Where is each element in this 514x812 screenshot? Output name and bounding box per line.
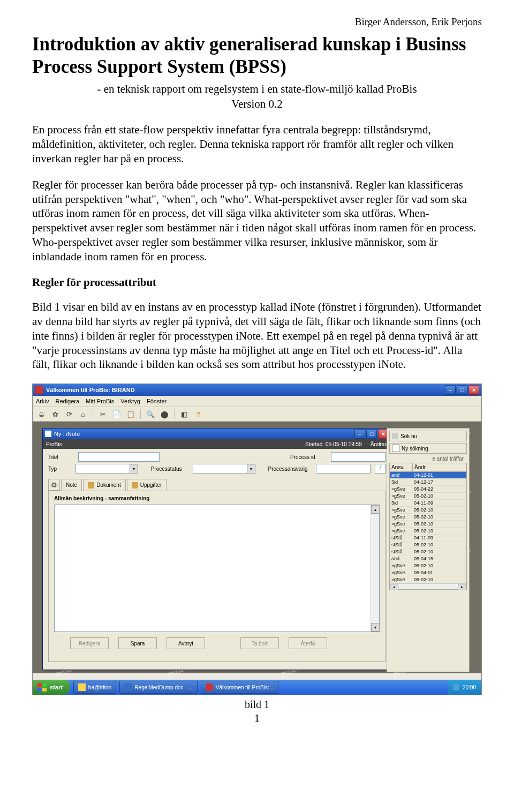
tray-icon[interactable]: [453, 684, 459, 690]
typ-select[interactable]: [75, 464, 130, 473]
scroll-right-icon[interactable]: ▸: [458, 584, 466, 590]
table-row[interactable]: »gSve05-02-10: [390, 507, 466, 514]
page-number: 1: [32, 712, 482, 725]
gear-icon[interactable]: ⚙: [48, 479, 60, 491]
tab-note[interactable]: Note: [61, 479, 82, 491]
table-row[interactable]: stStå05-02-10: [390, 548, 466, 555]
tab-uppgifter[interactable]: Uppgifter: [127, 479, 167, 491]
toolbar-button[interactable]: ⬤: [159, 409, 170, 419]
close-button[interactable]: ×: [468, 385, 479, 395]
window-title: Välkommen till ProBis: BIRAND: [46, 387, 135, 393]
aterfa-button[interactable]: Återfå: [289, 637, 327, 649]
window-titlebar: Välkommen till ProBis: BIRAND – □ ×: [33, 384, 481, 396]
chart-icon[interactable]: ◧: [179, 409, 190, 419]
windows-logo-icon: [37, 683, 47, 691]
probis-label: ProBis: [46, 441, 62, 447]
col-andr[interactable]: Ändr: [413, 463, 466, 471]
table-row[interactable]: and05-04-15: [390, 555, 466, 562]
table-row[interactable]: and04-12-01: [390, 472, 466, 479]
table-row[interactable]: »gSve05-04-01: [390, 569, 466, 576]
procansv-input[interactable]: [316, 464, 371, 473]
dropdown-icon[interactable]: ▾: [247, 464, 255, 473]
doc-icon: [45, 431, 51, 437]
tab-dokument[interactable]: Dokument: [83, 479, 126, 491]
col-ansv[interactable]: Ansv.: [390, 463, 413, 471]
table-row[interactable]: 3id04-12-17: [390, 479, 466, 486]
folder-icon: [88, 482, 94, 488]
doc-title: Introduktion av aktiv generaliserad kuns…: [32, 33, 482, 78]
dark-info-bar: ProBis Startad 05-05-10 19:59 Ändrad: [43, 439, 391, 449]
paragraph-1: En process från ett state-flow perspekti…: [32, 123, 482, 166]
maximize-button[interactable]: □: [366, 429, 377, 439]
procstat-select[interactable]: [193, 464, 247, 473]
table-row[interactable]: 3id04-11-09: [390, 500, 466, 507]
table-row[interactable]: »gSve05-02-10: [390, 521, 466, 528]
app-icon: [206, 683, 213, 691]
paragraph-3: Bild 1 visar en bild av en instans av en…: [32, 300, 482, 372]
info-button[interactable]: i: [375, 464, 386, 473]
table-row[interactable]: »gSve05-02-10: [390, 562, 466, 569]
help-icon[interactable]: ?: [193, 409, 203, 419]
button-row: Redigera Spara Avbryt Ta bort Återfå: [54, 637, 380, 649]
menu-fonster[interactable]: Fönster: [147, 398, 167, 404]
taskbar-item[interactable]: Välkommen till ProBis:...: [201, 681, 278, 694]
sok-nu-button[interactable]: Sök nu: [389, 431, 467, 441]
toolbar-button[interactable]: 🕭: [36, 409, 47, 419]
scroll-up-icon[interactable]: ▴: [371, 505, 380, 514]
andrad-label: Ändrad: [371, 441, 388, 447]
dropdown-icon[interactable]: ▾: [130, 464, 138, 473]
startad-label: Startad: [305, 441, 322, 447]
table-row[interactable]: »gSve05-02-10: [390, 576, 466, 583]
table-row[interactable]: »gSve05-02-10: [390, 528, 466, 535]
tab-body: Allmän beskrivning - sammanfattning ▴ ▾ …: [48, 491, 386, 662]
zoom-icon[interactable]: 🔍: [145, 409, 156, 419]
doc-subtitle: - en teknisk rapport om regelsystem i en…: [32, 82, 482, 96]
table-row[interactable]: »gSve05-04-22: [390, 486, 466, 493]
h-scrollbar[interactable]: ◂▸: [390, 583, 466, 589]
hit-count-label: e antal träffar: [389, 456, 467, 462]
table-row[interactable]: stStå04-11-09: [390, 535, 466, 542]
spara-button[interactable]: Spara: [118, 637, 157, 649]
taskbar-item[interactable]: RegelMedDump.doc - ...: [119, 681, 197, 694]
taskbar: start ba@triton RegelMedDump.doc - ... V…: [33, 680, 481, 695]
scroll-down-icon[interactable]: ▾: [371, 623, 380, 631]
titel-input[interactable]: [78, 452, 160, 462]
menu-verktyg[interactable]: Verktyg: [120, 398, 140, 404]
home-icon[interactable]: ⌂: [78, 409, 88, 419]
minimize-button[interactable]: –: [354, 429, 365, 439]
tabort-button[interactable]: Ta bort: [240, 637, 279, 649]
paste-icon[interactable]: 📋: [125, 409, 136, 419]
table-row[interactable]: »gSve05-02-10: [390, 514, 466, 521]
menubar: Arkiv Redigera Mitt ProBis Verktyg Fönst…: [33, 396, 481, 407]
scrollbar[interactable]: ▴ ▾: [371, 505, 379, 631]
description-label: Allmän beskrivning - sammanfattning: [54, 495, 380, 501]
minimize-button[interactable]: –: [445, 385, 456, 395]
app-icon: [35, 386, 43, 394]
menu-arkiv[interactable]: Arkiv: [36, 398, 49, 404]
ny-sokning-button[interactable]: Ny sökning: [389, 443, 467, 454]
mdi-workspace: ProBis ProBis ProBis ProBis ProBis ProBi…: [33, 422, 481, 673]
table-row[interactable]: stStå05-02-10: [390, 542, 466, 548]
toolbar-button[interactable]: ✿: [50, 409, 61, 419]
copy-icon[interactable]: 📄: [111, 409, 122, 419]
procid-input[interactable]: [331, 452, 386, 462]
author-line: Birger Andersson, Erik Perjons: [32, 16, 482, 28]
cut-icon[interactable]: ✂: [97, 409, 108, 419]
start-button[interactable]: start: [33, 680, 70, 695]
taskbar-item[interactable]: ba@triton: [73, 681, 117, 694]
paragraph-2: Regler för processer kan beröra både pro…: [32, 178, 482, 264]
menu-redigera[interactable]: Redigera: [55, 398, 79, 404]
inote-window: Ny : iNote – □ × ProBis Startad 05-05-10…: [42, 428, 391, 670]
results-table: Ansv. Ändr and04-12-013id04-12-17»gSve05…: [389, 463, 467, 590]
table-row[interactable]: »gSve05-02-10: [390, 493, 466, 500]
system-tray[interactable]: 20:00: [448, 680, 481, 695]
maximize-button[interactable]: □: [457, 385, 467, 395]
refresh-icon[interactable]: ⟳: [64, 409, 74, 419]
menu-mitt-probis[interactable]: Mitt ProBis: [86, 398, 114, 404]
redigera-button[interactable]: Redigera: [70, 637, 109, 649]
scroll-left-icon[interactable]: ◂: [390, 584, 398, 590]
inote-titlebar: Ny : iNote – □ ×: [43, 428, 391, 439]
description-textarea[interactable]: ▴ ▾: [54, 505, 380, 632]
word-icon: [124, 683, 132, 691]
avbryt-button[interactable]: Avbryt: [167, 637, 205, 649]
